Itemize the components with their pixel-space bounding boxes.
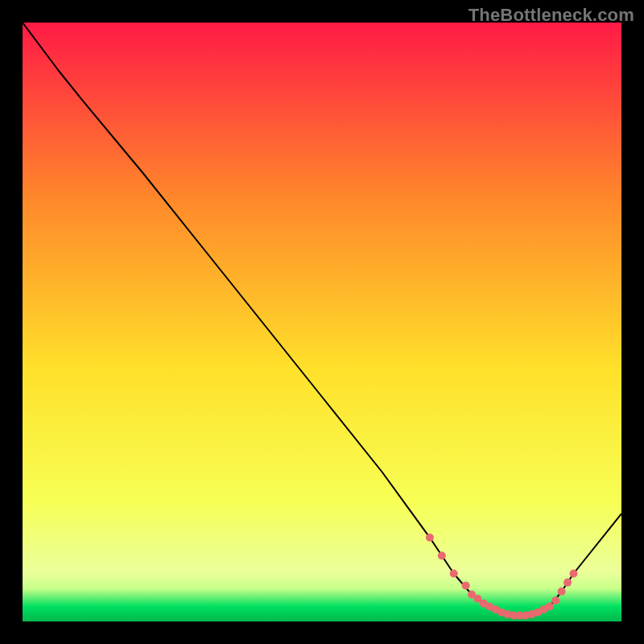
marker-dot bbox=[546, 602, 554, 610]
chart-stage: TheBottleneck.com bbox=[0, 0, 644, 644]
marker-dot bbox=[564, 579, 572, 587]
marker-dot bbox=[570, 570, 578, 578]
marker-dot bbox=[450, 570, 458, 578]
marker-dot bbox=[462, 581, 470, 589]
chart-svg bbox=[23, 23, 621, 621]
marker-dot bbox=[438, 551, 446, 559]
gradient-background bbox=[23, 23, 621, 621]
plot-area bbox=[23, 23, 621, 621]
marker-dot bbox=[551, 597, 559, 605]
watermark-text: TheBottleneck.com bbox=[469, 5, 634, 26]
marker-dot bbox=[558, 588, 566, 596]
marker-dot bbox=[426, 534, 434, 542]
